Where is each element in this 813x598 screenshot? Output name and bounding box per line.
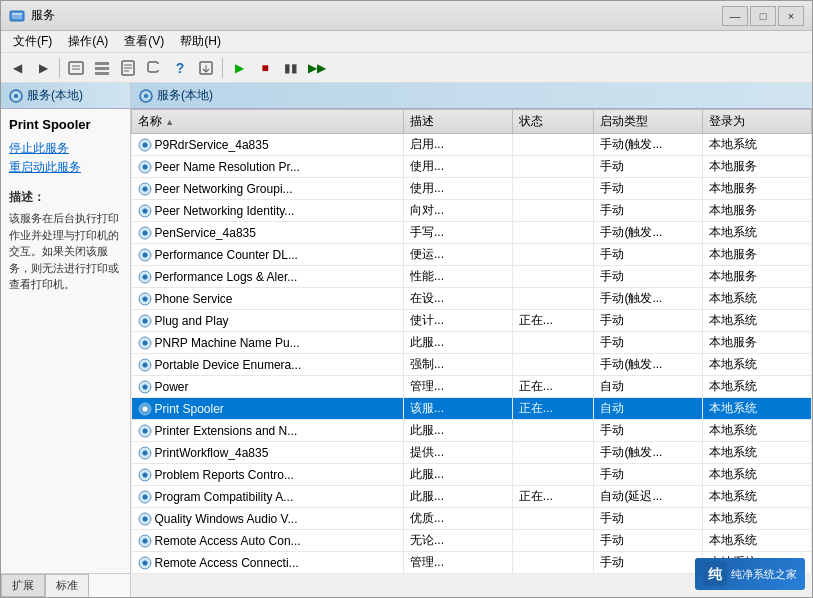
cell-name: Peer Networking Groupi... bbox=[132, 178, 404, 200]
table-row[interactable]: Peer Name Resolution Pr...使用...手动本地服务 bbox=[132, 156, 812, 178]
cell-name: Portable Device Enumera... bbox=[132, 354, 404, 376]
watermark: 纯 纯净系统之家 bbox=[695, 558, 805, 590]
toolbar-restart[interactable]: ▶▶ bbox=[305, 56, 329, 80]
restart-service-link[interactable]: 重启动此服务 bbox=[9, 159, 122, 176]
name-cell-content: Plug and Play bbox=[138, 314, 398, 328]
table-row[interactable]: PrintWorkflow_4a835提供...手动(触发...本地系统 bbox=[132, 442, 812, 464]
table-row[interactable]: Quality Windows Audio V...优质...手动本地系统 bbox=[132, 508, 812, 530]
svg-point-42 bbox=[142, 362, 147, 367]
name-cell-content: Performance Logs & Aler... bbox=[138, 270, 398, 284]
table-row[interactable]: Peer Networking Groupi...使用...手动本地服务 bbox=[132, 178, 812, 200]
cell-desc: 管理... bbox=[404, 376, 513, 398]
service-gear-icon bbox=[138, 490, 152, 504]
table-row[interactable]: Printer Extensions and N...此服...手动本地系统 bbox=[132, 420, 812, 442]
right-panel-icon bbox=[139, 89, 153, 103]
toolbar-stop[interactable]: ■ bbox=[253, 56, 277, 80]
cell-login: 本地服务 bbox=[703, 200, 812, 222]
service-name: Remote Access Auto Con... bbox=[155, 534, 301, 548]
cell-name: Remote Access Connecti... bbox=[132, 552, 404, 574]
table-row[interactable]: Plug and Play使计...正在...手动本地系统 bbox=[132, 310, 812, 332]
service-gear-icon bbox=[138, 512, 152, 526]
toolbar-refresh[interactable] bbox=[142, 56, 166, 80]
table-row[interactable]: Print Spooler该服...正在...自动本地系统 bbox=[132, 398, 812, 420]
name-cell-content: Portable Device Enumera... bbox=[138, 358, 398, 372]
col-header-status[interactable]: 状态 bbox=[512, 110, 594, 134]
table-header-row: 名称 ▲ 描述 状态 启动类型 登录为 bbox=[132, 110, 812, 134]
menu-file[interactable]: 文件(F) bbox=[5, 31, 60, 52]
toolbar-export[interactable] bbox=[194, 56, 218, 80]
name-cell-content: Printer Extensions and N... bbox=[138, 424, 398, 438]
cell-startup: 手动(触发... bbox=[594, 222, 703, 244]
table-row[interactable]: P9RdrService_4a835启用...手动(触发...本地系统 bbox=[132, 134, 812, 156]
col-header-desc[interactable]: 描述 bbox=[404, 110, 513, 134]
services-table[interactable]: 名称 ▲ 描述 状态 启动类型 登录为 P9RdrService_4a835启用… bbox=[131, 109, 812, 597]
table-row[interactable]: PNRP Machine Name Pu...此服...手动本地服务 bbox=[132, 332, 812, 354]
svg-point-18 bbox=[14, 94, 18, 98]
toolbar: ◀ ▶ ? ▶ ■ ▮▮ ▶▶ bbox=[1, 53, 812, 83]
toolbar-forward[interactable]: ▶ bbox=[31, 56, 55, 80]
service-gear-icon bbox=[138, 160, 152, 174]
svg-point-52 bbox=[142, 472, 147, 477]
toolbar-list[interactable] bbox=[90, 56, 114, 80]
table-row[interactable]: Phone Service在设...手动(触发...本地系统 bbox=[132, 288, 812, 310]
toolbar-back[interactable]: ◀ bbox=[5, 56, 29, 80]
menu-help[interactable]: 帮助(H) bbox=[172, 31, 229, 52]
table-row[interactable]: Program Compatibility A...此服...正在...自动(延… bbox=[132, 486, 812, 508]
toolbar-details[interactable] bbox=[64, 56, 88, 80]
cell-status bbox=[512, 508, 594, 530]
toolbar-play[interactable]: ▶ bbox=[227, 56, 251, 80]
tab-expand[interactable]: 扩展 bbox=[1, 574, 45, 597]
svg-point-32 bbox=[142, 252, 147, 257]
toolbar-properties[interactable] bbox=[116, 56, 140, 80]
cell-name: Phone Service bbox=[132, 288, 404, 310]
cell-name: Peer Name Resolution Pr... bbox=[132, 156, 404, 178]
left-panel-header-text: 服务(本地) bbox=[27, 87, 83, 104]
cell-status bbox=[512, 420, 594, 442]
service-name: Performance Counter DL... bbox=[155, 248, 298, 262]
tab-standard[interactable]: 标准 bbox=[45, 574, 89, 597]
cell-desc: 无论... bbox=[404, 530, 513, 552]
main-content: 服务(本地) Print Spooler 停止此服务 重启动此服务 描述： 该服… bbox=[1, 83, 812, 597]
table-row[interactable]: Peer Networking Identity...向对...手动本地服务 bbox=[132, 200, 812, 222]
service-name: Plug and Play bbox=[155, 314, 229, 328]
table-row[interactable]: Power管理...正在...自动本地系统 bbox=[132, 376, 812, 398]
maximize-button[interactable]: □ bbox=[750, 6, 776, 26]
minimize-button[interactable]: — bbox=[722, 6, 748, 26]
cell-login: 本地系统 bbox=[703, 134, 812, 156]
menu-action[interactable]: 操作(A) bbox=[60, 31, 116, 52]
svg-rect-7 bbox=[95, 67, 109, 70]
cell-name: Print Spooler bbox=[132, 398, 404, 420]
cell-desc: 启用... bbox=[404, 134, 513, 156]
close-button[interactable]: × bbox=[778, 6, 804, 26]
col-header-name[interactable]: 名称 ▲ bbox=[132, 110, 404, 134]
toolbar-help[interactable]: ? bbox=[168, 56, 192, 80]
name-cell-content: Remote Access Connecti... bbox=[138, 556, 398, 570]
table-row[interactable]: Performance Logs & Aler...性能...手动本地服务 bbox=[132, 266, 812, 288]
col-header-startup[interactable]: 启动类型 bbox=[594, 110, 703, 134]
name-cell-content: Peer Name Resolution Pr... bbox=[138, 160, 398, 174]
table-row[interactable]: Performance Counter DL...便运...手动本地服务 bbox=[132, 244, 812, 266]
service-gear-icon bbox=[138, 204, 152, 218]
stop-service-link[interactable]: 停止此服务 bbox=[9, 140, 122, 157]
table-row[interactable]: Portable Device Enumera...强制...手动(触发...本… bbox=[132, 354, 812, 376]
cell-name: Remote Access Auto Con... bbox=[132, 530, 404, 552]
service-actions: 停止此服务 重启动此服务 bbox=[1, 136, 130, 180]
cell-desc: 使用... bbox=[404, 178, 513, 200]
window-title: 服务 bbox=[31, 7, 722, 24]
svg-point-48 bbox=[142, 428, 147, 433]
table-row[interactable]: Remote Access Auto Con...无论...手动本地系统 bbox=[132, 530, 812, 552]
menu-view[interactable]: 查看(V) bbox=[116, 31, 172, 52]
cell-startup: 手动 bbox=[594, 244, 703, 266]
cell-login: 本地系统 bbox=[703, 486, 812, 508]
service-name: Quality Windows Audio V... bbox=[155, 512, 298, 526]
cell-startup: 手动 bbox=[594, 530, 703, 552]
toolbar-pause[interactable]: ▮▮ bbox=[279, 56, 303, 80]
cell-name: Quality Windows Audio V... bbox=[132, 508, 404, 530]
svg-rect-2 bbox=[12, 13, 22, 15]
table-row[interactable]: PenService_4a835手写...手动(触发...本地系统 bbox=[132, 222, 812, 244]
service-gear-icon bbox=[138, 424, 152, 438]
table-row[interactable]: Problem Reports Contro...此服...手动本地系统 bbox=[132, 464, 812, 486]
cell-name: PrintWorkflow_4a835 bbox=[132, 442, 404, 464]
menu-bar: 文件(F) 操作(A) 查看(V) 帮助(H) bbox=[1, 31, 812, 53]
col-header-login[interactable]: 登录为 bbox=[703, 110, 812, 134]
